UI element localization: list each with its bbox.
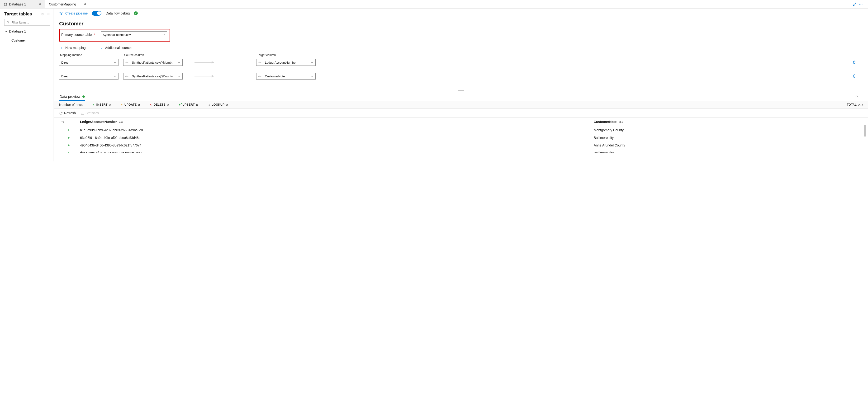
target-column-select[interactable]: abc CustomerNote — [256, 73, 316, 79]
rows-count-label: Number of rows — [59, 103, 83, 107]
expand-icon[interactable] — [853, 2, 857, 6]
mapping-actions: ＋ New mapping ✓ Additional sources — [54, 41, 868, 53]
primary-source-select[interactable]: SyntheaPatients.csv — [101, 31, 167, 38]
table-row: + b1e5c90d-1cb9-4202-bb03-26631a9bc6c8 M… — [59, 126, 863, 134]
delete-mapping-button[interactable] — [852, 60, 856, 65]
svg-point-4 — [7, 21, 8, 23]
map-arrow-icon — [194, 62, 214, 63]
cell-ledger: b1e5c90d-1cb9-4202-bb03-26631a9bc6c8 — [78, 126, 592, 134]
svg-point-8 — [208, 104, 210, 105]
scrollbar[interactable] — [864, 125, 867, 151]
tab-label: CustomerMapping — [49, 2, 76, 6]
source-column-select[interactable]: abc SyntheaPatients.csv@Member id — [123, 59, 183, 66]
table-row: + 63e08f91-8a9e-40fe-af02-dcee8c53d48e B… — [59, 134, 863, 141]
source-column-select[interactable]: abc SyntheaPatients.csv@County — [123, 73, 183, 79]
additional-sources-label: Additional sources — [105, 46, 132, 49]
additional-sources-button[interactable]: ✓ Additional sources — [100, 45, 132, 50]
stat-insert: + INSERT 0 — [92, 103, 111, 107]
chevron-down-icon — [178, 61, 181, 64]
stat-update: ✶ UPDATE 0 — [120, 103, 140, 107]
type-string-icon: abc — [125, 75, 130, 77]
data-preview-pane: Data preview Number of rows + INSERT 0 — [54, 91, 868, 153]
primary-source-value: SyntheaPatients.csv — [103, 33, 160, 37]
mapping-row: Direct abc SyntheaPatients.csv@Member id — [59, 59, 863, 66]
filter-input[interactable] — [11, 21, 52, 25]
col-header-note[interactable]: CustomerNote abc — [592, 118, 863, 126]
pipeline-icon — [59, 11, 63, 15]
tab-label: Database 1 — [9, 2, 26, 6]
sort-column-header[interactable] — [59, 118, 78, 126]
chevron-down-icon — [311, 75, 313, 78]
mapping-method-value: Direct — [61, 61, 112, 64]
stat-delete: ✕ DELETE 0 — [149, 103, 169, 107]
sort-icon — [61, 120, 64, 124]
tab-bar: Database 1 CustomerMapping — [0, 0, 868, 8]
check-icon: ✓ — [100, 45, 103, 50]
trash-icon — [852, 60, 856, 64]
mapping-method-value: Direct — [61, 74, 112, 78]
mapping-method-select[interactable]: Direct — [59, 73, 119, 79]
collapse-panel-icon[interactable] — [46, 12, 50, 16]
new-mapping-label: New mapping — [65, 46, 86, 49]
scrollbar-thumb[interactable] — [864, 125, 866, 136]
tree-root-label: Database 1 — [9, 29, 26, 33]
primary-source-highlight: Primary source table * SyntheaPatients.c… — [59, 29, 170, 41]
svg-point-7 — [61, 14, 62, 15]
refresh-button[interactable]: Refresh — [59, 111, 76, 115]
create-pipeline-button[interactable]: Create pipeline — [59, 11, 88, 15]
col-header-ledger[interactable]: LedgerAccountNumber abc — [78, 118, 592, 126]
statistics-button: Statistics — [81, 111, 99, 115]
mapping-method-select[interactable]: Direct — [59, 59, 119, 66]
entity-title: Customer — [59, 21, 863, 27]
tab-database-1[interactable]: Database 1 — [0, 0, 45, 8]
upsert-icon: ✶+ — [178, 103, 181, 106]
debug-status-ok-icon — [134, 11, 138, 15]
trash-icon — [852, 74, 856, 78]
insert-row-icon: + — [68, 136, 70, 140]
row-stats-bar: Number of rows + INSERT 0 ✶ UPDATE 0 ✕ D… — [54, 101, 868, 109]
create-pipeline-label: Create pipeline — [65, 11, 88, 15]
tree-item-label: Customer — [11, 38, 26, 42]
col-header-target: Target column — [257, 54, 319, 57]
tab-customer-mapping[interactable]: CustomerMapping — [45, 0, 90, 8]
table-row: + 4904d43b-d4c6-4395-85e9-fc021f577674 A… — [59, 141, 863, 149]
dataflow-debug-label: Data flow debug — [106, 11, 130, 15]
svg-point-1 — [860, 4, 860, 4]
tab-data-preview[interactable]: Data preview — [59, 93, 85, 101]
cell-note: Baltimore city — [592, 149, 863, 153]
new-mapping-button[interactable]: ＋ New mapping — [59, 45, 86, 50]
dataflow-debug-toggle[interactable] — [92, 11, 101, 16]
cell-ledger: 4904d43b-d4c6-4395-85e9-fc021f577674 — [78, 141, 592, 149]
database-icon — [4, 3, 7, 6]
search-icon — [6, 21, 9, 24]
filter-input-wrapper[interactable] — [4, 19, 50, 26]
update-icon: ✶ — [120, 103, 123, 106]
type-string-icon: abc — [619, 121, 624, 123]
target-tables-panel: Target tables Database 1 Customer — [0, 8, 54, 161]
type-string-icon: abc — [258, 61, 263, 64]
chevron-down-icon — [5, 30, 8, 33]
stat-lookup: LOOKUP 0 — [207, 103, 228, 107]
stat-upsert: ✶+ UPSERT 0 — [178, 103, 198, 107]
delete-mapping-button[interactable] — [852, 74, 856, 78]
cell-ledger: de518aa5-6f34-4912-99e0-e640cd50765c — [78, 149, 592, 153]
insert-row-icon: + — [68, 143, 70, 147]
target-column-select[interactable]: abc LedgerAccountNumber — [256, 59, 316, 66]
svg-point-0 — [4, 3, 7, 4]
more-icon[interactable] — [859, 2, 863, 6]
panel-menu-icon[interactable] — [40, 12, 45, 16]
svg-point-2 — [861, 4, 861, 4]
tree-item-customer[interactable]: Customer — [4, 37, 50, 44]
chevron-up-icon — [855, 95, 859, 99]
tree-root-database[interactable]: Database 1 — [4, 28, 50, 35]
statistics-label: Statistics — [86, 111, 99, 115]
preview-table: LedgerAccountNumber abc CustomerNote abc — [59, 118, 863, 153]
cell-note: Baltimore city — [592, 134, 863, 141]
col-header-source: Source column — [124, 54, 193, 57]
cell-note: Anne Arundel County — [592, 141, 863, 149]
editor-toolbar: Create pipeline Data flow debug — [54, 8, 868, 18]
pane-resizer[interactable] — [54, 89, 868, 91]
refresh-icon — [59, 111, 63, 115]
collapse-preview-button[interactable] — [855, 95, 859, 99]
insert-icon: + — [92, 103, 95, 106]
